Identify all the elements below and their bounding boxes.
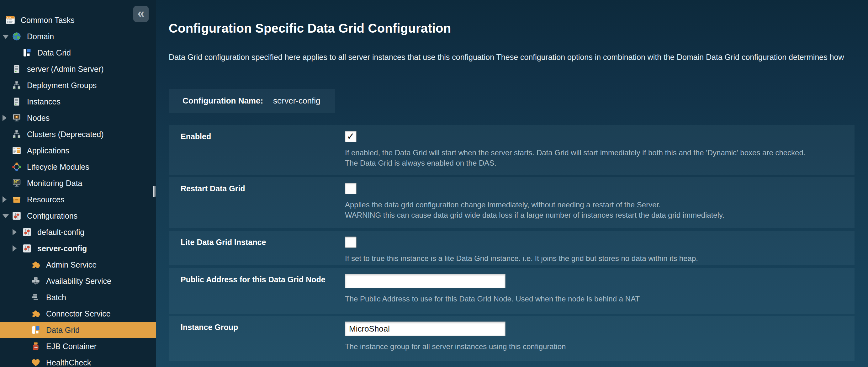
sidebar-item-label: Lifecycle Modules <box>27 162 89 172</box>
form-row-enabled: Enabled✓If enabled, the Data Grid will s… <box>169 125 855 175</box>
batch-icon <box>31 293 40 302</box>
restart-data-grid-control-area: Applies the data grid configuration chan… <box>345 183 847 220</box>
sidebar-item-label: Domain <box>27 32 54 41</box>
sidebar-item-data-grid[interactable]: Data Grid <box>0 322 156 338</box>
restart-data-grid-label: Restart Data Grid <box>181 184 344 193</box>
sidebar-scrollbar-thumb[interactable] <box>153 186 156 197</box>
sidebar-item-label: server (Admin Server) <box>27 65 104 74</box>
sidebar-item-server-config[interactable]: server-config <box>0 240 156 256</box>
enabled-checkbox[interactable]: ✓ <box>345 131 356 142</box>
enabled-control-area: ✓If enabled, the Data Grid will start wh… <box>345 131 847 168</box>
tree-expanded-arrow-icon[interactable] <box>2 35 9 39</box>
config-name-value: server-config <box>273 96 320 106</box>
sidebar-item-label: Nodes <box>27 114 50 123</box>
field-help-line: If set to true this instance is a lite D… <box>345 253 698 264</box>
tasks-icon <box>6 16 15 25</box>
public-address-input[interactable] <box>345 274 505 288</box>
page-description: Data Grid configuration specified here a… <box>169 53 868 62</box>
field-help-line: The Public Address to use for this Data … <box>345 294 640 304</box>
public-address-control-area: The Public Address to use for this Data … <box>345 274 847 304</box>
sidebar: Common TasksDomainData Gridserver (Admin… <box>0 0 156 367</box>
sidebar-item-nodes[interactable]: Nodes <box>0 110 156 126</box>
tree-collapsed-arrow-icon[interactable] <box>2 115 7 121</box>
config-name-panel: Configuration Name: server-config <box>169 89 335 113</box>
sidebar-item-label: Instances <box>27 97 61 106</box>
main-content: Configuration Specific Data Grid Configu… <box>156 0 868 367</box>
server-icon <box>12 97 21 106</box>
sidebar-item-label: Applications <box>27 146 69 155</box>
deployment-groups-icon <box>12 81 21 90</box>
sidebar-item-instances[interactable]: Instances <box>0 93 156 110</box>
restart-data-grid-checkbox[interactable] <box>345 183 356 194</box>
navigation-tree: Common TasksDomainData Gridserver (Admin… <box>0 12 156 367</box>
tree-expanded-arrow-icon[interactable] <box>2 214 9 218</box>
form-row-public-address: Public Address for this Data Grid NodeTh… <box>169 268 855 314</box>
sidebar-item-server-admin-server[interactable]: server (Admin Server) <box>0 61 156 77</box>
restart-data-grid-help: Applies the data grid configuration chan… <box>345 200 724 220</box>
sidebar-item-common-tasks[interactable]: Common Tasks <box>0 12 156 28</box>
instance-group-input[interactable] <box>345 322 505 336</box>
lite-data-grid-instance-checkbox[interactable] <box>345 237 356 248</box>
availability-icon <box>31 276 40 286</box>
sidebar-item-applications[interactable]: Applications <box>0 143 156 159</box>
lite-data-grid-instance-label: Lite Data Grid Instance <box>181 238 344 247</box>
tree-collapsed-arrow-icon[interactable] <box>12 229 17 235</box>
sidebar-item-domain[interactable]: Domain <box>0 28 156 44</box>
field-help-line: The Data Grid is always enabled on the D… <box>345 158 805 168</box>
field-help-line: If enabled, the Data Grid will start whe… <box>345 147 805 158</box>
sidebar-item-availability-service[interactable]: Availability Service <box>0 273 156 289</box>
instance-group-label: Instance Group <box>181 323 344 332</box>
puzzle-icon <box>31 260 40 270</box>
sidebar-item-label: Batch <box>46 293 66 302</box>
enabled-help: If enabled, the Data Grid will start whe… <box>345 147 805 168</box>
enabled-label: Enabled <box>181 132 344 141</box>
form-row-restart-data-grid: Restart Data GridApplies the data grid c… <box>169 177 855 228</box>
field-help-line: The instance group for all server instan… <box>345 341 566 351</box>
sidebar-item-admin-service[interactable]: Admin Service <box>0 256 156 273</box>
field-help-line: Applies the data grid configuration chan… <box>345 200 724 210</box>
tree-collapsed-arrow-icon[interactable] <box>12 245 17 251</box>
tree-collapsed-arrow-icon[interactable] <box>2 196 7 203</box>
form-row-instance-group: Instance GroupThe instance group for all… <box>169 316 855 361</box>
sidebar-item-clusters-deprecated[interactable]: Clusters (Deprecated) <box>0 126 156 143</box>
lite-data-grid-instance-help: If set to true this instance is a lite D… <box>345 253 698 264</box>
sidebar-item-label: EJB Container <box>46 342 97 351</box>
sidebar-item-label: Resources <box>27 195 65 204</box>
sidebar-item-label: Data Grid <box>37 48 71 57</box>
data-grid-icon <box>31 325 40 335</box>
sidebar-item-batch[interactable]: Batch <box>0 289 156 306</box>
data-grid-icon <box>22 48 32 57</box>
field-help-line: WARNING this can cause data grid wide da… <box>345 210 724 220</box>
form-row-lite-data-grid-instance: Lite Data Grid InstanceIf set to true th… <box>169 231 855 265</box>
jar-icon: JAR <box>31 342 40 351</box>
sidebar-item-ejb-container[interactable]: JAREJB Container <box>0 338 156 355</box>
sidebar-item-label: Clusters (Deprecated) <box>27 130 104 139</box>
sidebar-item-default-config[interactable]: default-config <box>0 224 156 240</box>
lifecycle-icon <box>12 162 21 172</box>
monitor-node-icon <box>12 113 21 123</box>
deployment-groups-icon <box>12 129 21 139</box>
sidebar-item-configurations[interactable]: Configurations <box>0 208 156 224</box>
sidebar-item-label: Configurations <box>27 211 78 220</box>
sidebar-item-connector-service[interactable]: Connector Service <box>0 306 156 322</box>
sidebar-item-deployment-groups[interactable]: Deployment Groups <box>0 77 156 93</box>
public-address-label: Public Address for this Data Grid Node <box>181 275 344 284</box>
sidebar-item-healthcheck[interactable]: HealthCheck <box>0 355 156 367</box>
sidebar-item-label: HealthCheck <box>46 358 91 367</box>
collapse-sidebar-button[interactable]: « <box>133 6 149 22</box>
monitoring-icon <box>12 179 21 188</box>
globe-icon <box>12 32 21 41</box>
sidebar-item-data-grid[interactable]: Data Grid <box>0 44 156 61</box>
sidebar-item-lifecycle-modules[interactable]: Lifecycle Modules <box>0 159 156 175</box>
instance-group-control-area: The instance group for all server instan… <box>345 322 847 351</box>
sidebar-item-monitoring-data[interactable]: Monitoring Data <box>0 175 156 191</box>
heart-icon <box>31 358 40 367</box>
config-name-label: Configuration Name: <box>183 96 263 106</box>
sidebar-item-label: default-config <box>37 228 84 237</box>
sidebar-item-label: Monitoring Data <box>27 179 82 188</box>
sidebar-item-resources[interactable]: Resources <box>0 191 156 208</box>
applications-icon <box>12 146 21 155</box>
sliders-icon <box>22 227 32 237</box>
sliders-icon <box>12 211 21 220</box>
resources-box-icon <box>12 195 21 204</box>
